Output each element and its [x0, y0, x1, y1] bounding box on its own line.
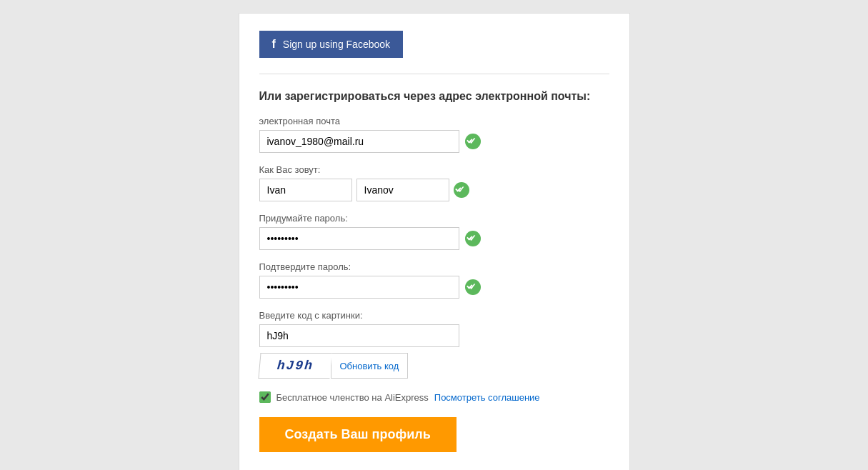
membership-link[interactable]: Посмотреть соглашение [434, 392, 540, 403]
facebook-btn-wrapper: f Sign up using Facebook [259, 31, 609, 58]
page-wrapper: f Sign up using Facebook Или зарегистрир… [0, 7, 868, 470]
captcha-refresh-button[interactable]: Обновить код [331, 353, 409, 379]
email-valid-icon [465, 134, 481, 149]
membership-link-label: Посмотреть соглашение [434, 392, 540, 403]
facebook-signup-button[interactable]: f Sign up using Facebook [259, 31, 404, 58]
divider [259, 74, 609, 74]
name-label: Как Вас зовут: [259, 164, 609, 175]
password-row [259, 227, 609, 250]
password-label: Придумайте пароль: [259, 213, 609, 224]
name-row [259, 179, 609, 201]
email-field-group: электронная почта [259, 116, 609, 153]
submit-label: Создать Ваш профиль [285, 427, 431, 441]
password-input[interactable] [259, 227, 459, 250]
captcha-label: Введите код с картинки: [259, 310, 609, 321]
captcha-wrapper: hJ9h Обновить код [259, 353, 609, 379]
captcha-image: hJ9h [258, 353, 331, 379]
captcha-text: hJ9h [276, 359, 314, 373]
confirm-row [259, 276, 609, 299]
last-name-input[interactable] [356, 179, 449, 201]
form-container: f Sign up using Facebook Или зарегистрир… [239, 13, 630, 470]
confirm-valid-icon [465, 279, 481, 295]
membership-text: Бесплатное членство на AliExpress [276, 392, 429, 403]
email-input[interactable] [259, 130, 459, 153]
email-label: электронная почта [259, 116, 609, 126]
submit-button[interactable]: Создать Ваш профиль [259, 417, 457, 452]
captcha-field-group: Введите код с картинки: hJ9h Обновить ко… [259, 310, 609, 379]
confirm-input[interactable] [259, 276, 459, 299]
email-row [259, 130, 609, 153]
section-title: Или зарегистрироваться через адрес элект… [259, 90, 609, 103]
membership-checkbox[interactable] [259, 391, 271, 403]
captcha-input[interactable] [259, 324, 459, 347]
facebook-btn-label: Sign up using Facebook [283, 39, 390, 50]
confirm-field-group: Подтвердите пароль: [259, 261, 609, 299]
facebook-icon: f [272, 38, 276, 51]
confirm-label: Подтвердите пароль: [259, 261, 609, 272]
name-valid-icon [454, 182, 469, 198]
captcha-area: hJ9h Обновить код [259, 353, 609, 379]
name-field-group: Как Вас зовут: [259, 164, 609, 201]
captcha-refresh-label: Обновить код [340, 361, 399, 371]
password-valid-icon [465, 231, 481, 246]
password-field-group: Придумайте пароль: [259, 213, 609, 250]
membership-row: Бесплатное членство на AliExpress Посмот… [259, 391, 609, 403]
first-name-input[interactable] [259, 179, 352, 201]
